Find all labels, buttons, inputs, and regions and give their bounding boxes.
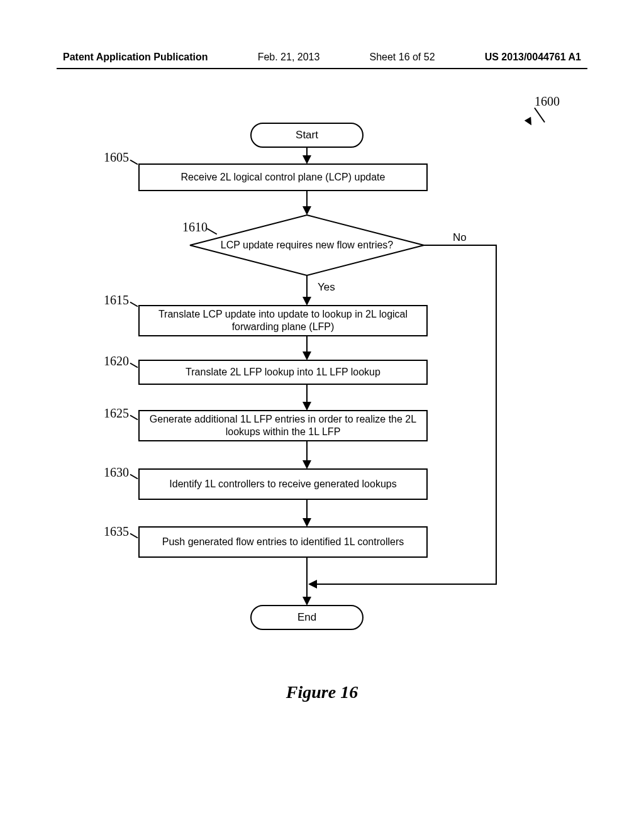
leader-1605 [130, 160, 138, 165]
end-label: End [297, 611, 316, 624]
step-1620-text: Translate 2L LFP lookup into 1L LFP look… [186, 366, 380, 379]
publication-label: Patent Application Publication [63, 52, 208, 63]
sheet-info: Sheet 16 of 52 [369, 52, 435, 63]
ref-1625: 1625 [104, 406, 129, 421]
leader-1620 [130, 363, 138, 368]
step-1615-text: Translate LCP update into update to look… [147, 308, 419, 333]
arrowhead-icon [303, 402, 311, 411]
process-1630: Identify 1L controllers to receive gener… [138, 468, 428, 500]
publication-date: Feb. 21, 2013 [258, 52, 320, 63]
arrowhead-icon [303, 351, 311, 360]
connector [306, 385, 308, 402]
publication-id: US 2013/0044761 A1 [485, 52, 581, 63]
ref-1605: 1605 [104, 150, 129, 165]
yes-label: Yes [318, 281, 335, 294]
arrowhead-icon [303, 297, 311, 306]
step-1625-text: Generate additional 1L LFP entries in or… [147, 413, 419, 438]
no-label: No [453, 231, 467, 244]
arrowhead-icon [303, 155, 311, 164]
leader-1635 [130, 533, 138, 539]
ref-1615: 1615 [104, 293, 129, 307]
leader-1625 [130, 415, 138, 421]
step-1605-text: Receive 2L logical control plane (LCP) u… [181, 171, 386, 184]
connector [496, 245, 497, 585]
arrowhead-icon [303, 597, 311, 606]
ref-1620: 1620 [104, 354, 129, 368]
page-header: Patent Application Publication Feb. 21, … [0, 52, 644, 63]
connector [306, 500, 308, 519]
connector [306, 191, 308, 207]
process-1605: Receive 2L logical control plane (LCP) u… [138, 163, 428, 191]
connector [424, 245, 497, 246]
step-1635-text: Push generated flow entries to identifie… [162, 536, 404, 548]
ref-1600: 1600 [535, 94, 560, 109]
connector [306, 336, 308, 352]
flowchart-diagram: 1600 1605 1610 1615 1620 1625 1630 1635 … [0, 88, 644, 685]
step-1610-text: LCP update requires new flow entries? [221, 239, 394, 251]
figure-caption: Figure 16 [0, 682, 644, 702]
process-1615: Translate LCP update into update to look… [138, 305, 428, 336]
connector [306, 558, 308, 597]
leader-1615 [130, 302, 138, 307]
header-rule [57, 68, 587, 69]
start-label: Start [296, 129, 318, 141]
step-1630-text: Identify 1L controllers to receive gener… [169, 478, 396, 490]
end-terminator: End [250, 605, 364, 630]
decision-1610: LCP update requires new flow entries? [189, 214, 425, 277]
arrowhead-icon [308, 580, 317, 589]
process-1635: Push generated flow entries to identifie… [138, 526, 428, 558]
ref-1635: 1635 [104, 524, 129, 539]
leader-1630 [130, 474, 138, 480]
start-terminator: Start [250, 123, 364, 148]
connector [306, 441, 308, 461]
ref-1630: 1630 [104, 465, 129, 480]
connector [306, 275, 308, 297]
process-1620: Translate 2L LFP lookup into 1L LFP look… [138, 360, 428, 385]
arrowhead-icon [303, 460, 311, 469]
arrowhead-icon [303, 518, 311, 527]
pointer-1600 [535, 108, 553, 127]
process-1625: Generate additional 1L LFP entries in or… [138, 410, 428, 441]
connector [316, 584, 497, 585]
